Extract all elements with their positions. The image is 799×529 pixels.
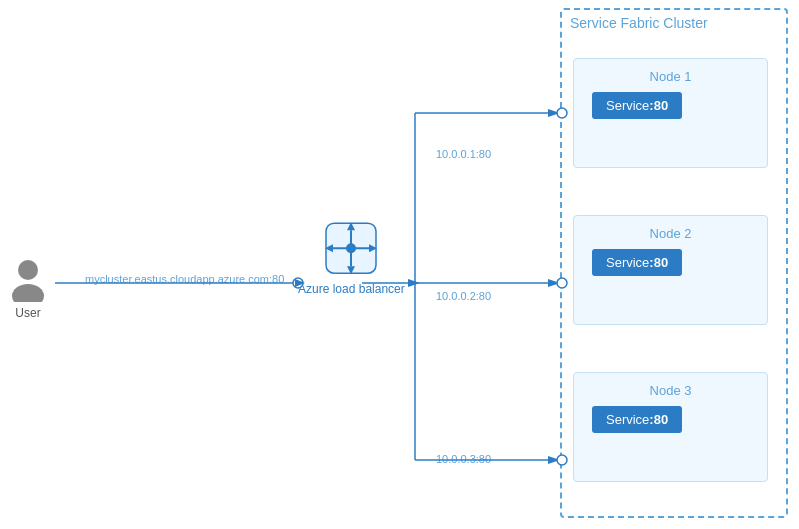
user-icon: User [10, 258, 46, 320]
node-2-service: Service:80 [592, 249, 682, 276]
lb-icon [321, 218, 381, 278]
cluster-label: Service Fabric Cluster [570, 15, 708, 31]
node-2-box: Node 2 Service:80 [573, 215, 768, 325]
ip-label-2: 10.0.0.2:80 [436, 290, 491, 302]
domain-label: mycluster.eastus.cloudapp.azure.com:80 [85, 273, 284, 285]
ip-label-1: 10.0.0.1:80 [436, 148, 491, 160]
load-balancer: Azure load balancer [298, 218, 405, 298]
svg-point-1 [12, 284, 44, 302]
svg-marker-24 [408, 279, 420, 287]
lb-label: Azure load balancer [298, 282, 405, 298]
ip-label-3: 10.0.0.3:80 [436, 453, 491, 465]
user-label: User [15, 306, 40, 320]
node-3-box: Node 3 Service:80 [573, 372, 768, 482]
diagram-container: Service Fabric Cluster Node 1 Service:80… [0, 0, 799, 529]
svg-marker-19 [548, 279, 560, 287]
svg-marker-22 [548, 456, 560, 464]
node-3-label: Node 3 [574, 373, 767, 406]
node-3-service: Service:80 [592, 406, 682, 433]
node-1-service: Service:80 [592, 92, 682, 119]
svg-point-9 [346, 243, 356, 253]
node-1-box: Node 1 Service:80 [573, 58, 768, 168]
svg-marker-16 [548, 109, 560, 117]
node-2-label: Node 2 [574, 216, 767, 249]
node-1-label: Node 1 [574, 59, 767, 92]
user-svg [10, 258, 46, 302]
svg-point-0 [18, 260, 38, 280]
